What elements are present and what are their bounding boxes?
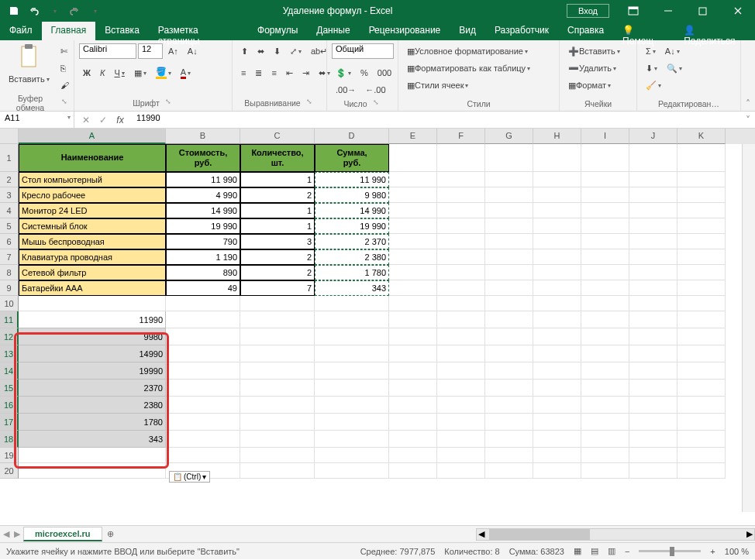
minimize-icon[interactable] <box>650 0 685 22</box>
tell-me[interactable]: 💡 Помощ <box>613 22 674 40</box>
cell[interactable]: 2370 <box>19 380 166 397</box>
bold-button[interactable]: Ж <box>79 65 95 81</box>
cell[interactable] <box>389 463 437 479</box>
cell[interactable] <box>581 187 629 203</box>
cell[interactable] <box>437 362 485 380</box>
find-icon[interactable]: 🔍 <box>663 60 686 76</box>
cell[interactable] <box>437 234 485 249</box>
cell[interactable] <box>533 187 581 203</box>
cell[interactable] <box>533 448 581 463</box>
cell[interactable] <box>485 144 533 172</box>
cell[interactable]: 1 <box>240 172 315 187</box>
cell[interactable] <box>677 328 726 345</box>
autosum-icon[interactable]: Σ <box>642 43 660 59</box>
cell[interactable] <box>677 265 726 280</box>
cell[interactable] <box>437 203 485 218</box>
ribbon-options-icon[interactable] <box>615 0 650 22</box>
cell[interactable] <box>629 144 677 172</box>
cell[interactable] <box>533 172 581 187</box>
cell[interactable] <box>629 265 677 280</box>
cell[interactable] <box>581 234 629 249</box>
number-format-select[interactable]: Общий <box>332 43 394 59</box>
cell[interactable] <box>677 187 726 203</box>
cell[interactable] <box>19 463 166 479</box>
cell[interactable] <box>629 328 677 345</box>
cell[interactable] <box>437 218 485 234</box>
row-header-6[interactable]: 6 <box>0 234 19 249</box>
cell[interactable]: 2 <box>240 249 315 265</box>
cell[interactable] <box>629 172 677 187</box>
cell[interactable] <box>437 414 485 431</box>
cell[interactable] <box>581 218 629 234</box>
cell[interactable] <box>485 362 533 380</box>
cell[interactable] <box>166 448 240 463</box>
cell[interactable] <box>240 296 315 311</box>
cell[interactable]: 7 <box>240 280 315 296</box>
cell[interactable] <box>485 234 533 249</box>
save-icon[interactable] <box>5 2 23 19</box>
cell[interactable] <box>166 311 240 328</box>
paste-icon[interactable] <box>17 43 40 70</box>
fill-color-icon[interactable]: 🪣 <box>152 65 175 81</box>
row-header-8[interactable]: 8 <box>0 265 19 280</box>
cell[interactable] <box>581 431 629 448</box>
cell[interactable]: 14 990 <box>315 203 389 218</box>
row-header-19[interactable]: 19 <box>0 448 19 463</box>
cell[interactable] <box>581 249 629 265</box>
cell[interactable] <box>389 249 437 265</box>
cell[interactable]: Наименование <box>19 144 166 172</box>
cell[interactable]: Сумма,руб. <box>315 144 389 172</box>
cell[interactable] <box>533 362 581 380</box>
cell[interactable] <box>485 311 533 328</box>
cell-styles-button[interactable]: ▦ Стили ячеек <box>403 77 554 93</box>
row-header-9[interactable]: 9 <box>0 280 19 296</box>
percent-icon[interactable]: % <box>357 65 372 81</box>
cell[interactable] <box>533 296 581 311</box>
cell[interactable] <box>437 380 485 397</box>
cell[interactable] <box>166 397 240 414</box>
cell[interactable]: 1 780 <box>315 265 389 280</box>
cell[interactable] <box>485 218 533 234</box>
cell[interactable] <box>437 463 485 479</box>
cell[interactable] <box>629 380 677 397</box>
font-color-icon[interactable]: A <box>177 65 195 81</box>
cell[interactable] <box>315 362 389 380</box>
cell[interactable]: 2380 <box>19 397 166 414</box>
cell[interactable]: Клавиатура проводная <box>19 249 166 265</box>
cell[interactable] <box>677 463 726 479</box>
col-header-F[interactable]: F <box>437 129 485 144</box>
select-all-triangle[interactable] <box>0 129 19 144</box>
cell[interactable] <box>533 265 581 280</box>
sheet-prev-icon[interactable]: ◀ <box>3 529 9 539</box>
row-header-2[interactable]: 2 <box>0 172 19 187</box>
cell[interactable] <box>166 414 240 431</box>
format-cells-button[interactable]: ▦ Формат <box>564 77 632 93</box>
share-button[interactable]: 👤 Поделиться <box>674 22 755 40</box>
zoom-in-icon[interactable]: + <box>710 547 715 556</box>
align-left-icon[interactable]: ≡ <box>237 65 250 81</box>
cell[interactable]: 11 990 <box>166 172 240 187</box>
cell[interactable] <box>240 463 315 479</box>
zoom-level[interactable]: 100 % <box>725 547 749 556</box>
cell[interactable] <box>315 448 389 463</box>
cell[interactable] <box>240 362 315 380</box>
align-bottom-icon[interactable]: ⬇ <box>270 43 284 59</box>
enter-formula-icon[interactable]: ✓ <box>95 112 112 128</box>
expand-formula-icon[interactable]: ˅ <box>741 112 755 128</box>
cell[interactable] <box>677 280 726 296</box>
cell[interactable] <box>315 296 389 311</box>
increase-indent-icon[interactable]: ⇥ <box>298 65 313 81</box>
orientation-icon[interactable]: ⤢ <box>286 43 305 59</box>
zoom-slider[interactable] <box>639 550 701 552</box>
tab-home[interactable]: Главная <box>42 22 96 40</box>
cell[interactable] <box>19 296 166 311</box>
login-button[interactable]: Вход <box>567 4 609 18</box>
cell[interactable] <box>389 172 437 187</box>
cut-icon[interactable]: ✄ <box>57 43 73 59</box>
cell[interactable] <box>166 296 240 311</box>
cell[interactable] <box>533 414 581 431</box>
cell[interactable] <box>437 431 485 448</box>
cell[interactable] <box>581 463 629 479</box>
align-launcher[interactable]: ⤡ <box>304 98 315 108</box>
increase-decimal-icon[interactable]: .00→ <box>332 82 360 98</box>
